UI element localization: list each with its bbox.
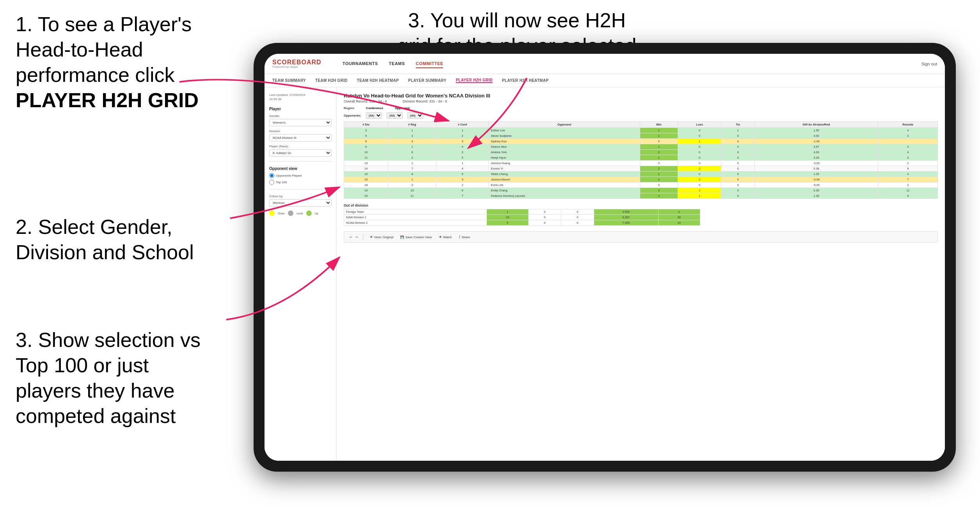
cell-tie: 0: [721, 182, 755, 188]
cell-win: 2: [640, 150, 678, 155]
table-row: 18 2 2 Euna Lee 0 0 0 -5.00 2: [344, 182, 938, 188]
gender-select[interactable]: Women's: [269, 119, 332, 126]
division-record: Division Record: 331 - 34 - 6: [403, 99, 447, 103]
undo-icon[interactable]: ↩: [350, 235, 352, 239]
table-row: 19 10 6 Emily Chang 4 1 0 0.30 11: [344, 188, 938, 193]
opponent-filter-group: Opponent: [395, 106, 410, 110]
col-loss: Loss: [678, 122, 721, 128]
region-select[interactable]: (All): [366, 112, 382, 119]
division-select[interactable]: NCAA Division III: [269, 134, 332, 141]
cell-conf: 5: [436, 155, 489, 161]
cell-conf: 3: [436, 150, 489, 155]
cell-win: 1: [640, 128, 678, 133]
cell-div: 11: [344, 155, 388, 161]
cell-conf: 4: [436, 166, 489, 172]
opponent-view-options: Opponents Played Top 100: [269, 173, 332, 185]
cell-rounds: 4: [878, 150, 938, 155]
step2-text: 2. Select Gender, Division and School: [16, 214, 218, 265]
step1-text: 1. To see a Player's Head-to-Head perfor…: [16, 12, 218, 113]
colour-by-select[interactable]: Win/loss: [269, 199, 332, 207]
table-row: 20 11 7 Federica Domecq Lacroze 2 1 0 1.…: [344, 193, 938, 199]
step1-bold: PLAYER H2H GRID: [16, 89, 199, 111]
cell-diff: -5.00: [755, 182, 878, 188]
cell-conf: 3: [436, 139, 489, 144]
cell-conf: 2: [436, 133, 489, 139]
ood-table-row: NAIA Division 1 15 0 0 9.267 30: [344, 215, 700, 220]
table-row: 11 2 5 Heejo Hyun 1 0 0 3.33 3: [344, 155, 938, 161]
table-row: 14 7 4 Eunice Yi 2 2 0 0.38 9: [344, 166, 938, 172]
cell-opponent: Sydney Kuo: [489, 139, 640, 144]
instructions-panel: 1. To see a Player's Head-to-Head perfor…: [0, 0, 234, 454]
cell-tie: 0: [721, 177, 755, 182]
cell-diff: 3.67: [755, 144, 878, 150]
ood-table-row: NCAA Division 2 5 0 0 7.400 10: [344, 220, 700, 226]
sub-nav-team-heatmap[interactable]: TEAM H2H HEATMAP: [357, 78, 399, 83]
sub-nav-player-heatmap[interactable]: PLAYER H2H HEATMAP: [502, 78, 549, 83]
cell-loss: 0: [678, 161, 721, 166]
cell-rounds: 7: [878, 177, 938, 182]
out-of-division-header: Out of division: [344, 203, 938, 207]
cell-loss: 1: [678, 193, 721, 199]
cell-opponent: Jessica Huang: [489, 161, 640, 166]
cell-div: 9: [344, 144, 388, 150]
ood-table-row: Foreign Team 1 0 0 4.500 2: [344, 209, 700, 215]
cell-div: 20: [344, 193, 388, 199]
cell-loss: 0: [678, 133, 721, 139]
cell-reg: 2: [388, 182, 436, 188]
player-rank-select[interactable]: 8. Katelyn Vo: [269, 149, 332, 157]
logo-area: SCOREBOARD Powered by clippd: [272, 59, 335, 69]
cell-tie: 0: [721, 139, 755, 144]
cell-rounds: [878, 139, 938, 144]
cell-conf: 6: [436, 188, 489, 193]
redo-icon[interactable]: ↪: [355, 235, 358, 239]
sub-nav-player-h2h[interactable]: PLAYER H2H GRID: [456, 78, 493, 83]
conference-select[interactable]: (All): [387, 112, 403, 119]
cell-win: 1: [640, 144, 678, 150]
nav-committee[interactable]: COMMITTEE: [416, 60, 444, 68]
ood-rounds: 30: [658, 215, 700, 220]
overall-record: Overall Record: 353 - 34 - 6: [344, 99, 387, 103]
gender-label: Gender: [269, 114, 332, 118]
cell-conf: 5: [436, 172, 489, 177]
colour-by-label: Colour by: [269, 195, 332, 198]
sign-out[interactable]: Sign out: [921, 62, 937, 66]
sub-nav-player-summary[interactable]: PLAYER SUMMARY: [408, 78, 446, 83]
cell-conf: 7: [436, 193, 489, 199]
sub-nav-team-h2h[interactable]: TEAM H2H GRID: [315, 78, 348, 83]
legend-level-label: Level: [296, 212, 303, 215]
ood-loss: 0: [528, 215, 561, 220]
sub-nav-team-summary[interactable]: TEAM SUMMARY: [272, 78, 306, 83]
cell-div: 14: [344, 166, 388, 172]
cell-tie: 0: [721, 150, 755, 155]
share-label: Share: [462, 235, 470, 239]
toolbar-save[interactable]: 💾 Save Custom View: [398, 235, 433, 240]
radio-opponents-played[interactable]: Opponents Played: [269, 173, 332, 178]
toolbar-watch[interactable]: 👁 Watch: [437, 235, 454, 240]
table-row: 3 1 1 Esther Lee 1 0 1 1.50 4: [344, 128, 938, 133]
cell-conf: 4: [436, 144, 489, 150]
radio-top100[interactable]: Top 100: [269, 180, 332, 185]
toolbar-share[interactable]: ⤴ Share: [457, 235, 472, 240]
grid-area: Katelyn Vo Head-to-Head Grid for Women's…: [337, 87, 945, 461]
cell-diff: 1.25: [755, 172, 878, 177]
conference-filter-group: Conference: [366, 106, 383, 110]
cell-loss: 2: [678, 166, 721, 172]
opponent-select[interactable]: (All): [407, 112, 423, 119]
cell-win: 4: [640, 188, 678, 193]
cell-rounds: 11: [878, 188, 938, 193]
cell-win: 0: [640, 161, 678, 166]
player-rank-label: Player (Rank): [269, 145, 332, 148]
cell-reg: 11: [388, 193, 436, 199]
cell-conf: 1: [436, 128, 489, 133]
watch-label: Watch: [443, 235, 452, 239]
toolbar-view[interactable]: 👁 View: Original: [368, 235, 395, 240]
record-row: Overall Record: 353 - 34 - 6 Division Re…: [344, 99, 938, 103]
ood-opponent: NAIA Division 1: [344, 215, 487, 220]
ood-diff: 7.400: [594, 220, 658, 226]
instruction-step1: 1. To see a Player's Head-to-Head perfor…: [16, 12, 218, 113]
instruction-step2: 2. Select Gender, Division and School: [16, 214, 218, 265]
main-content: Last Updated: 27/03/2024 16:55:38 Player…: [265, 87, 945, 461]
nav-tournaments[interactable]: TOURNAMENTS: [343, 60, 378, 68]
nav-teams[interactable]: TEAMS: [389, 60, 405, 68]
cell-rounds: 2: [878, 161, 938, 166]
